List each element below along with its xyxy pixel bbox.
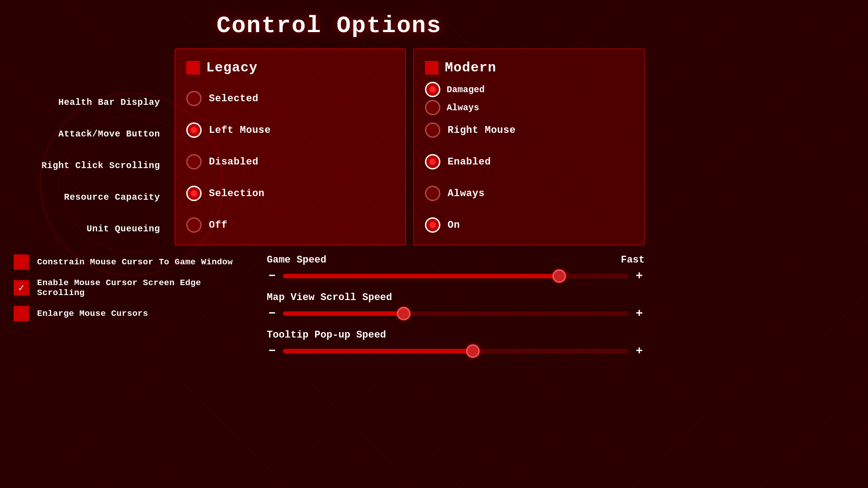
legacy-resource-capacity-row: Selection bbox=[175, 178, 405, 208]
tooltip-fill bbox=[283, 349, 473, 353]
checkboxes-section: Constrain Mouse Cursor To Game Window En… bbox=[14, 254, 249, 358]
modern-always-health-radio[interactable] bbox=[425, 100, 440, 115]
legacy-icon bbox=[186, 61, 200, 75]
legacy-off-radio[interactable] bbox=[186, 217, 202, 233]
label-attack-move: Attack/Move Button bbox=[14, 119, 167, 149]
map-scroll-fill bbox=[283, 311, 404, 316]
tooltip-track[interactable] bbox=[283, 349, 628, 353]
legacy-left-mouse-radio[interactable] bbox=[186, 122, 202, 138]
legacy-attack-move-row: Left Mouse bbox=[175, 115, 405, 145]
tooltip-thumb[interactable] bbox=[466, 344, 480, 358]
modern-header: Modern bbox=[414, 54, 644, 84]
game-speed-slider-group: Game Speed Fast − + bbox=[267, 254, 645, 283]
modern-damaged-option: Damaged bbox=[425, 82, 633, 97]
row-labels: Health Bar Display Attack/Move Button Ri… bbox=[14, 87, 167, 245]
legacy-health-bar-row: Selected bbox=[175, 84, 405, 113]
map-scroll-slider-row: − + bbox=[267, 307, 645, 320]
modern-unit-queueing-row: On bbox=[414, 210, 644, 240]
sliders-section: Game Speed Fast − + Map View Scroll Spee… bbox=[267, 254, 645, 358]
map-scroll-plus[interactable]: + bbox=[634, 307, 645, 320]
game-speed-fill bbox=[283, 274, 559, 278]
checkbox-edge-scroll: Enable Mouse Cursor Screen Edge Scrollin… bbox=[14, 278, 249, 298]
legacy-selection-radio[interactable] bbox=[186, 186, 202, 201]
modern-resource-row: Always bbox=[414, 178, 644, 208]
modern-column: Modern Damaged Always Right Mouse Enable… bbox=[413, 48, 645, 245]
checkbox-constrain: Constrain Mouse Cursor To Game Window bbox=[14, 254, 249, 270]
label-health-bar: Health Bar Display bbox=[14, 87, 167, 117]
game-speed-track[interactable] bbox=[283, 274, 628, 278]
page-title: Control Options bbox=[0, 0, 658, 48]
checkbox-enlarge: Enlarge Mouse Cursors bbox=[14, 306, 249, 321]
tooltip-slider-row: − + bbox=[267, 344, 645, 358]
legacy-disabled-radio[interactable] bbox=[186, 154, 202, 169]
legacy-right-click-row: Disabled bbox=[175, 147, 405, 177]
tooltip-minus[interactable]: − bbox=[267, 344, 278, 358]
legacy-selected-radio[interactable] bbox=[186, 91, 202, 106]
tooltip-plus[interactable]: + bbox=[634, 344, 645, 358]
game-speed-thumb[interactable] bbox=[552, 269, 566, 283]
modern-right-click-row: Enabled bbox=[414, 147, 644, 177]
modern-health-bar-group: Damaged Always bbox=[414, 84, 644, 113]
game-speed-plus[interactable]: + bbox=[634, 269, 645, 283]
tooltip-header: Tooltip Pop-up Speed bbox=[267, 329, 645, 341]
modern-damaged-radio[interactable] bbox=[425, 82, 440, 97]
modern-always-health-option: Always bbox=[425, 100, 633, 115]
tooltip-slider-group: Tooltip Pop-up Speed − + bbox=[267, 329, 645, 358]
modern-enabled-radio[interactable] bbox=[425, 154, 440, 169]
game-speed-header: Game Speed Fast bbox=[267, 254, 645, 266]
label-right-click: Right Click Scrolling bbox=[14, 150, 167, 180]
map-scroll-track[interactable] bbox=[283, 311, 628, 316]
map-scroll-slider-group: Map View Scroll Speed − + bbox=[267, 292, 645, 320]
legacy-column: Legacy Selected Left Mouse Disabled Sele… bbox=[175, 48, 406, 245]
game-speed-minus[interactable]: − bbox=[267, 269, 278, 283]
constrain-checkbox[interactable] bbox=[14, 254, 29, 270]
map-scroll-minus[interactable]: − bbox=[267, 307, 278, 320]
enlarge-checkbox[interactable] bbox=[14, 306, 29, 321]
modern-always-radio[interactable] bbox=[425, 186, 440, 201]
edge-scroll-checkbox[interactable] bbox=[14, 280, 29, 296]
modern-attack-row: Right Mouse bbox=[414, 115, 644, 145]
map-scroll-thumb[interactable] bbox=[397, 307, 410, 320]
label-resource-capacity: Resource Capacity bbox=[14, 182, 167, 212]
legacy-unit-queueing-row: Off bbox=[175, 210, 405, 240]
modern-on-radio[interactable] bbox=[425, 217, 440, 233]
legacy-header: Legacy bbox=[175, 54, 405, 84]
modern-icon bbox=[425, 61, 439, 75]
modern-right-mouse-radio[interactable] bbox=[425, 122, 440, 138]
game-speed-slider-row: − + bbox=[267, 269, 645, 283]
label-unit-queueing: Unit Queueing bbox=[14, 214, 167, 244]
map-scroll-header: Map View Scroll Speed bbox=[267, 292, 645, 303]
